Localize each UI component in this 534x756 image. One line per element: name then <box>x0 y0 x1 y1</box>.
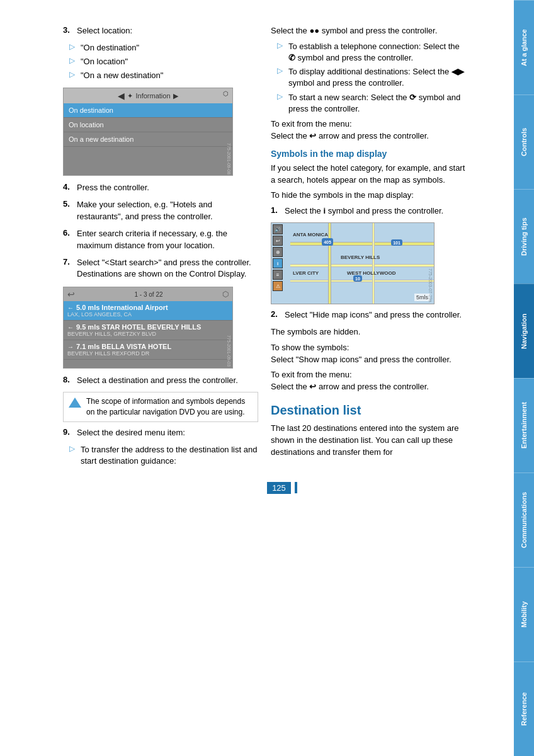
step-5-text: Make your selection, e.g. "Hotels and re… <box>77 199 258 223</box>
map-highway-10: 10 <box>353 275 362 282</box>
screen-2-image: ↩ 1 - 3 of 22 ⬡ ← 5.0 mls International … <box>63 287 233 369</box>
bullet-arrow-3: ▷ <box>69 70 77 81</box>
bullet-transfer-text: To transfer the address to the destinati… <box>81 444 258 467</box>
bullet-arrow-search: ▷ <box>277 92 285 115</box>
result-item-2: ← 9.5 mls STAR HOTEL BEVERLY HILLS BEVER… <box>64 321 232 340</box>
bullet-on-destination-text: "On destination" <box>81 42 258 54</box>
map-highway-405: 405 <box>322 238 333 246</box>
sidebar: At a glance Controls Driving tips Naviga… <box>514 0 534 756</box>
map-icon-warning: ⚠ <box>273 281 283 291</box>
map-icon-list: ≡ <box>273 270 283 280</box>
symbols-heading: Symbols in the map display <box>271 149 466 159</box>
destination-list-heading: Destination list <box>271 403 466 418</box>
map-highway-101: 101 <box>391 239 402 246</box>
map-icon-destination: ⊕ <box>273 247 283 257</box>
hide-step-number-2: 2. <box>271 309 281 321</box>
screen1-item-2: On location <box>64 118 232 132</box>
sidebar-tab-entertainment[interactable]: Entertainment <box>514 378 534 472</box>
map-label-beverly-hills: BEVERLY HILLS <box>341 255 380 260</box>
screen1-item-1: On destination <box>64 103 232 118</box>
right-column: Select the ●● symbol and press the contr… <box>271 25 466 469</box>
step-6: 6. Enter search criteria if necessary, e… <box>63 228 258 252</box>
bullet-new-search-text: To start a new search: Select the ⟳ symb… <box>288 92 466 115</box>
screen-1-image: ◀ ✦ Information ▶ ⬡ On destination On lo… <box>63 88 233 176</box>
bullet-new-search: ▷ To start a new search: Select the ⟳ sy… <box>277 92 466 115</box>
step-5: 5. Make your selection, e.g. "Hotels and… <box>63 199 258 223</box>
step-9: 9. Select the desired menu item: <box>63 427 258 439</box>
sidebar-tab-reference[interactable]: Reference <box>514 662 534 756</box>
map-label-anta-monica: ANTA MONICA <box>293 232 328 238</box>
note-triangle-icon <box>69 398 81 408</box>
section-para-1: If you select the hotel category, for ex… <box>271 163 466 186</box>
hide-step-1-text: Select the i symbol and press the contro… <box>285 205 466 217</box>
show-text: To show the symbols:Select "Show map ico… <box>271 342 466 366</box>
step-4-text: Press the controller. <box>77 182 258 194</box>
page-number-area: 125 <box>63 482 501 494</box>
bullet-on-new-destination: ▷ "On a new destination" <box>69 70 258 81</box>
step-7: 7. Select "<Start search>" and press the… <box>63 257 258 281</box>
step-number-9: 9. <box>63 427 73 439</box>
step-number-6: 6. <box>63 228 73 252</box>
destination-list-para: The last 20 destinations entered into th… <box>271 423 466 459</box>
map-label-west-hollywood: WEST HOLLYWOOD <box>347 270 395 276</box>
hide-step-2: 2. Select "Hide map icons" and press the… <box>271 309 466 321</box>
hidden-text: The symbols are hidden. <box>271 326 466 338</box>
screen1-item-3: On a new destination <box>64 132 232 147</box>
exit-text-1: To exit from the menu:Select the ↩ arrow… <box>271 118 466 142</box>
bullet-arrow-transfer: ▷ <box>69 444 77 467</box>
hide-step-number-1: 1. <box>271 205 281 217</box>
step-7-text: Select "<Start search>" and press the co… <box>77 257 258 281</box>
bullet-on-location-text: "On location" <box>81 56 258 67</box>
bullet-telephone: ▷ To establish a telephone connection: S… <box>277 41 466 64</box>
map-icon-info: i <box>273 258 283 268</box>
bullet-additional-dest: ▷ To display additional destinations: Se… <box>277 66 466 89</box>
page-number: 125 <box>267 482 291 494</box>
sidebar-tab-controls[interactable]: Controls <box>514 94 534 189</box>
bullet-arrow-tel: ▷ <box>277 41 285 64</box>
step-6-text: Enter search criteria if necessary, e.g.… <box>77 228 258 252</box>
map-left-icons: 🔊 ↩ ⊕ i ≡ ⚠ <box>273 224 283 291</box>
left-column: 3. Select location: ▷ "On destination" ▷… <box>63 25 258 469</box>
hide-step-1: 1. Select the i symbol and press the con… <box>271 205 466 217</box>
page-bar-line <box>295 482 297 493</box>
bullet-on-location: ▷ "On location" <box>69 56 258 67</box>
bullet-on-new-destination-text: "On a new destination" <box>81 70 258 81</box>
map-label-lver-city: LVER CITY <box>293 270 319 276</box>
step-4: 4. Press the controller. <box>63 182 258 194</box>
step-number-3: 3. <box>63 25 73 37</box>
bullet-arrow-dest: ▷ <box>277 66 285 89</box>
step-8: 8. Select a destination and press the co… <box>63 375 258 387</box>
sidebar-tab-communications[interactable]: Communications <box>514 472 534 567</box>
note-box: The scope of information and symbols dep… <box>63 392 258 422</box>
sidebar-tab-at-a-glance[interactable]: At a glance <box>514 0 534 94</box>
result-item-3: → 7.1 mls BELLA VISTA HOTEL BEVERLY HILL… <box>64 340 232 360</box>
map-screen-image: 🔊 ↩ ⊕ i ≡ ⚠ <box>271 222 435 304</box>
sidebar-tab-mobility[interactable]: Mobility <box>514 567 534 662</box>
step9-cont-text: Select the ●● symbol and press the contr… <box>271 25 466 37</box>
step-number-5: 5. <box>63 199 73 223</box>
step-number-4: 4. <box>63 182 73 194</box>
step-8-text: Select a destination and press the contr… <box>77 375 258 387</box>
step-3: 3. Select location: <box>63 25 258 37</box>
sidebar-tab-driving-tips[interactable]: Driving tips <box>514 189 534 284</box>
step-number-8: 8. <box>63 375 73 387</box>
map-icon-audio: 🔊 <box>273 224 283 234</box>
bullet-arrow-2: ▷ <box>69 56 77 67</box>
bullet-arrow-1: ▷ <box>69 42 77 54</box>
exit-text-2: To exit from the menu:Select the ↩ arrow… <box>271 369 466 393</box>
sidebar-tab-navigation[interactable]: Navigation <box>514 284 534 378</box>
section-para-2: To hide the symbols in the map display: <box>271 190 466 202</box>
bullet-telephone-text: To establish a telephone connection: Sel… <box>288 41 466 64</box>
bullet-on-destination: ▷ "On destination" <box>69 42 258 54</box>
screen1-header: ◀ ✦ Information ▶ ⬡ <box>64 88 232 103</box>
hide-step-2-text: Select "Hide map icons" and press the co… <box>285 309 466 321</box>
bullet-transfer-address: ▷ To transfer the address to the destina… <box>69 444 258 467</box>
step-3-text: Select location: <box>77 25 258 37</box>
result-item-1: ← 5.0 mls International Airport LAX, LOS… <box>64 301 232 321</box>
map-icon-back: ↩ <box>273 236 283 246</box>
note-text: The scope of information and symbols dep… <box>86 396 253 418</box>
step-9-text: Select the desired menu item: <box>77 427 258 439</box>
bullet-additional-dest-text: To display additional destinations: Sele… <box>288 66 466 89</box>
step-number-7: 7. <box>63 257 73 281</box>
